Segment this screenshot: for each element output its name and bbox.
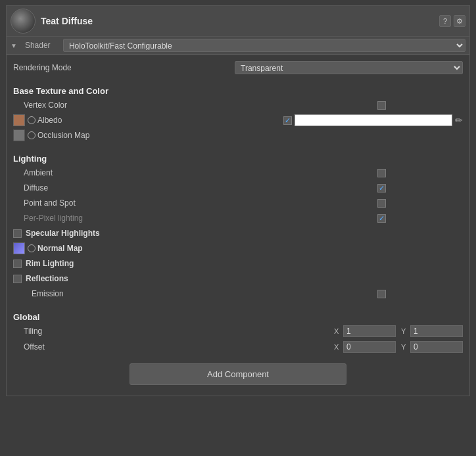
offset-x-label: X — [334, 343, 342, 351]
shader-label: Shader — [25, 41, 58, 50]
point-spot-checkbox[interactable] — [377, 199, 386, 208]
rendering-mode-row: Rendering Mode Transparent — [13, 60, 463, 75]
occlusion-thumbnail[interactable] — [13, 129, 25, 141]
rim-checkbox[interactable] — [13, 260, 22, 268]
per-pixel-checkbox-area — [377, 214, 463, 223]
rim-lighting-row: Rim Lighting — [13, 256, 463, 271]
specular-label: Specular Highlights — [26, 229, 463, 238]
normal-map-label: Normal Map — [37, 244, 463, 253]
component-header: Teat Diffuse ? ⚙ — [7, 6, 469, 37]
shader-select[interactable]: HoloToolkit/Fast Configurable — [63, 39, 465, 52]
per-pixel-checkbox[interactable] — [377, 214, 386, 223]
reflections-label: Reflections — [26, 274, 463, 283]
tiling-label: Tiling — [13, 327, 334, 336]
global-label: Global — [13, 312, 463, 322]
emission-checkbox-area — [377, 290, 463, 298]
albedo-edit-icon[interactable]: ✏ — [455, 115, 463, 125]
emission-checkbox[interactable] — [377, 290, 386, 298]
offset-label: Offset — [13, 342, 334, 352]
help-icon[interactable]: ? — [439, 15, 451, 27]
rim-label: Rim Lighting — [26, 259, 463, 268]
global-section: Global — [13, 308, 463, 323]
offset-row: Offset X Y — [13, 340, 463, 354]
albedo-circle-icon — [28, 116, 36, 124]
tiling-x-input[interactable] — [343, 325, 396, 337]
diffuse-row: Diffuse — [13, 181, 463, 195]
settings-icon[interactable]: ⚙ — [454, 15, 465, 27]
diffuse-checkbox-area — [377, 184, 463, 193]
rendering-mode-select[interactable]: Transparent — [235, 61, 463, 74]
ambient-checkbox[interactable] — [377, 169, 386, 177]
specular-checkbox[interactable] — [13, 229, 22, 238]
base-texture-label: Base Texture and Color — [13, 86, 463, 96]
point-spot-label: Point and Spot — [13, 198, 377, 208]
occlusion-label: Occlusion Map — [37, 131, 463, 140]
reflections-checkbox[interactable] — [13, 275, 22, 283]
ambient-label: Ambient — [13, 168, 377, 177]
rendering-mode-label: Rendering Mode — [13, 63, 235, 72]
diffuse-label: Diffuse — [13, 183, 377, 193]
specular-row: Specular Highlights — [13, 226, 463, 240]
offset-y-group: Y — [401, 341, 463, 353]
shader-row: ▼ Shader HoloToolkit/Fast Configurable — [7, 37, 469, 55]
tiling-row: Tiling X Y — [13, 324, 463, 338]
vertex-color-row: Vertex Color — [13, 98, 463, 112]
inspector-content: Rendering Mode Transparent Base Texture … — [7, 55, 469, 396]
diffuse-checkbox[interactable] — [377, 184, 386, 193]
emission-label: Emission — [13, 289, 377, 298]
emission-row: Emission — [13, 286, 463, 301]
collapse-arrow[interactable]: ▼ — [11, 42, 17, 49]
albedo-controls: ✏ — [283, 114, 463, 126]
albedo-checkbox[interactable] — [283, 116, 292, 125]
tiling-y-label: Y — [401, 327, 409, 335]
offset-y-label: Y — [401, 343, 409, 351]
per-pixel-row: Per-Pixel lighting — [13, 211, 463, 225]
vertex-color-checkbox-area — [377, 101, 463, 110]
offset-x-input[interactable] — [343, 341, 396, 353]
ambient-checkbox-area — [377, 169, 463, 177]
header-icons: ? ⚙ — [439, 15, 465, 27]
add-component-area: Add Component — [13, 355, 463, 390]
component-title: Teat Diffuse — [41, 16, 434, 26]
tiling-x-label: X — [334, 327, 342, 335]
vertex-color-checkbox[interactable] — [377, 101, 386, 110]
normal-map-row: Normal Map — [13, 241, 463, 256]
occlusion-circle-icon — [28, 131, 36, 139]
add-component-button[interactable]: Add Component — [130, 363, 346, 385]
albedo-texture-input[interactable] — [295, 114, 452, 126]
tiling-y-group: Y — [401, 325, 463, 337]
point-spot-checkbox-area — [377, 199, 463, 208]
albedo-label: Albedo — [37, 116, 283, 125]
ambient-row: Ambient — [13, 166, 463, 180]
lighting-section: Lighting — [13, 150, 463, 165]
occlusion-row: Occlusion Map — [13, 128, 463, 143]
point-spot-row: Point and Spot — [13, 196, 463, 210]
reflections-row: Reflections — [13, 271, 463, 286]
normal-map-thumbnail[interactable] — [13, 242, 25, 254]
per-pixel-label: Per-Pixel lighting — [13, 214, 377, 223]
tiling-y-input[interactable] — [410, 325, 463, 337]
albedo-thumbnail[interactable] — [13, 114, 25, 126]
base-texture-section: Base Texture and Color — [13, 82, 463, 97]
offset-x-group: X — [334, 341, 396, 353]
lighting-label: Lighting — [13, 154, 463, 164]
normal-circle-icon — [28, 244, 36, 252]
component-avatar — [11, 9, 36, 34]
tiling-x-group: X — [334, 325, 396, 337]
albedo-row: Albedo ✏ — [13, 113, 463, 127]
offset-y-input[interactable] — [410, 341, 463, 353]
vertex-color-label: Vertex Color — [13, 101, 377, 110]
